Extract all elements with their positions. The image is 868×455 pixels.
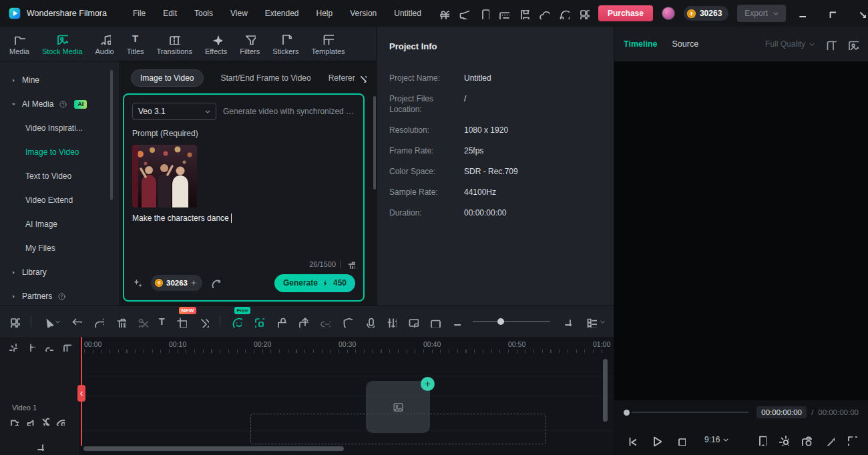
split-icon[interactable] (137, 316, 148, 328)
gift-icon[interactable] (438, 8, 449, 19)
tab-reference[interactable]: Referer (329, 73, 355, 83)
link-icon[interactable] (319, 316, 331, 328)
prompt-image-thumbnail[interactable] (132, 145, 197, 207)
play-button[interactable] (649, 434, 662, 446)
tab-titles[interactable]: T Titles (121, 33, 150, 55)
tab-stickers[interactable]: Stickers (266, 33, 304, 55)
crop-icon[interactable]: NEW (176, 316, 187, 328)
previous-frame-button[interactable] (625, 434, 636, 446)
headset-icon[interactable] (558, 8, 570, 19)
clear-prompt-icon[interactable] (346, 260, 355, 269)
playhead[interactable] (81, 337, 82, 446)
timeline-horizontal-scrollbar[interactable] (83, 446, 344, 451)
pip-icon[interactable] (407, 316, 419, 328)
more-tools-icon[interactable] (198, 316, 209, 328)
phone-mirror-icon[interactable] (478, 8, 489, 19)
zoom-out-icon[interactable] (451, 317, 461, 326)
add-media-plus-button[interactable] (421, 377, 435, 391)
drop-media-placeholder[interactable] (366, 381, 430, 433)
marker-icon[interactable] (755, 434, 767, 446)
coin-balance[interactable]: 30263 (684, 6, 728, 21)
sidebar-scrollbar[interactable] (110, 70, 113, 200)
delete-icon[interactable] (115, 316, 126, 328)
generate-button[interactable]: Generate 450 (274, 274, 355, 292)
tab-timeline[interactable]: Timeline (624, 39, 657, 49)
redo-icon[interactable] (93, 316, 104, 328)
tab-audio[interactable]: Audio (89, 33, 120, 55)
help-icon[interactable] (59, 100, 67, 109)
sidebar-group-library[interactable]: Library (0, 260, 120, 284)
timeline-vertical-scrollbar[interactable] (603, 359, 608, 422)
cloud-icon[interactable] (538, 8, 550, 19)
snapshot-icon[interactable] (801, 434, 812, 446)
save-icon[interactable] (518, 8, 529, 19)
screen-record-icon[interactable] (429, 316, 441, 328)
avatar[interactable] (662, 7, 675, 20)
layout-icon[interactable] (825, 39, 837, 50)
tab-image-to-video[interactable]: Image to Video (131, 69, 204, 87)
export-button[interactable]: Export (737, 5, 786, 22)
refresh-icon[interactable] (210, 278, 220, 288)
sidebar-item-text-to-video[interactable]: Text to Video (0, 164, 120, 188)
tab-transitions[interactable]: Transitions (151, 33, 198, 55)
link-clips-icon[interactable] (44, 342, 53, 352)
color-wand-icon[interactable] (823, 434, 835, 446)
timeline-ruler[interactable]: 00:0000:1000:2000:3000:4000:5001:00 (80, 337, 608, 353)
ai-portrait-icon[interactable]: Free (231, 316, 242, 328)
prompt-input[interactable]: Make the characters dance 26/1500 (132, 145, 355, 271)
timeline-zoom-slider[interactable] (473, 321, 550, 322)
select-tool-icon[interactable] (42, 316, 60, 328)
track-add-media-icon[interactable] (9, 416, 19, 426)
preview-mode-icon[interactable] (847, 39, 859, 50)
track-audio-icon[interactable] (25, 416, 34, 426)
track-visibility-icon[interactable] (55, 416, 65, 426)
menu-item[interactable]: File (124, 9, 154, 18)
undo-icon[interactable] (71, 316, 82, 328)
menu-item[interactable]: Untitled (385, 9, 430, 18)
tab-stock-media[interactable]: Stock Media (36, 33, 89, 55)
purchase-button[interactable]: Purchase (598, 5, 653, 21)
tab-templates[interactable]: Templates (305, 33, 351, 55)
media-panel-toggle-icon[interactable] (9, 316, 20, 328)
chevron-down-icon[interactable] (600, 320, 605, 324)
keyboard-icon[interactable] (498, 8, 509, 19)
apps-grid-icon[interactable] (578, 8, 590, 19)
add-track-button[interactable] (35, 442, 44, 451)
close-button[interactable] (851, 0, 868, 27)
audio-mixer-icon[interactable] (385, 316, 397, 328)
playhead-handle[interactable] (77, 385, 85, 402)
timeline-settings-icon[interactable] (8, 342, 17, 352)
menu-item[interactable]: Help (308, 9, 342, 18)
menu-item[interactable]: Edit (154, 9, 186, 18)
magnet-snap-icon[interactable] (26, 342, 35, 352)
menu-item[interactable]: Extended (256, 9, 308, 18)
plugin-icon[interactable] (275, 316, 286, 328)
tab-start-end-frame-to-video[interactable]: Start/End Frame to Video (221, 73, 311, 83)
sidebar-item-video-extend[interactable]: Video Extend (0, 188, 120, 212)
tab-filters[interactable]: Filters (234, 33, 266, 55)
voiceover-mic-icon[interactable] (363, 316, 375, 328)
fullscreen-icon[interactable] (846, 434, 857, 446)
stop-button[interactable] (674, 434, 686, 446)
storyboard-icon[interactable] (62, 342, 71, 352)
zoom-slider-handle[interactable] (497, 318, 504, 325)
scrubber-track[interactable] (632, 412, 748, 413)
auto-reframe-icon[interactable] (253, 316, 264, 328)
aspect-ratio-select[interactable]: 9:16 (704, 435, 728, 444)
track-manager-icon[interactable] (586, 316, 597, 328)
share-icon[interactable] (297, 316, 308, 328)
tab-effects[interactable]: Effects (199, 33, 233, 55)
scrubber-handle[interactable] (624, 410, 630, 416)
more-tabs-icon[interactable] (357, 73, 367, 83)
menu-item[interactable]: Version (341, 9, 385, 18)
zoom-in-icon[interactable] (562, 317, 572, 326)
help-icon[interactable] (57, 292, 66, 301)
render-settings-icon[interactable] (778, 434, 789, 446)
menu-item[interactable]: Tools (186, 9, 222, 18)
track-mute-icon[interactable] (40, 416, 49, 426)
sidebar-group-ai-media[interactable]: AI Media AI (0, 92, 120, 116)
menu-item[interactable]: View (222, 9, 256, 18)
ai-rewrite-icon[interactable] (132, 278, 144, 289)
text-tool-icon[interactable]: T (159, 316, 165, 328)
promo-icon[interactable] (458, 8, 469, 19)
